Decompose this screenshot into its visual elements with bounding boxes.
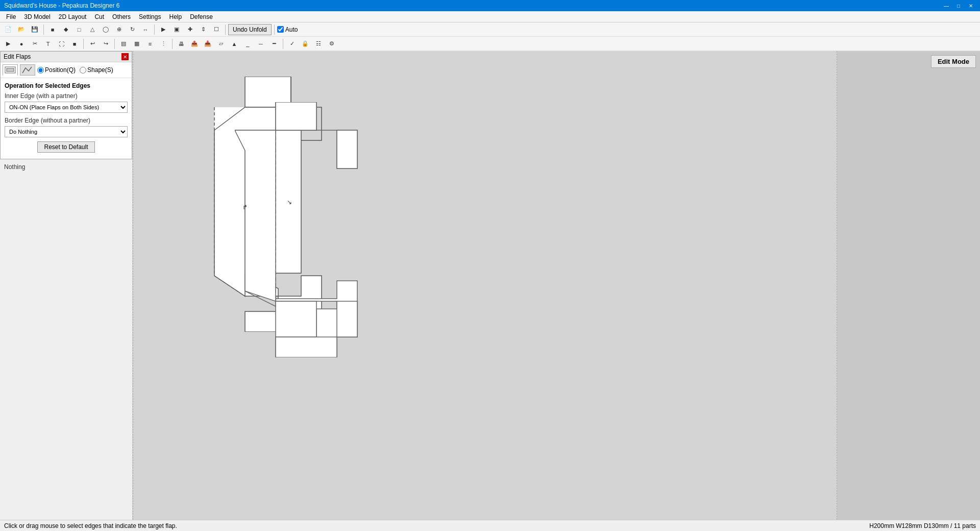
guide-line-left (133, 51, 133, 520)
tb2-redo[interactable]: ↪ (100, 38, 112, 50)
tb2-lock[interactable]: 🔒 (299, 38, 311, 50)
edit-flaps-close-button[interactable]: ✕ (121, 53, 129, 60)
tb2-fold[interactable]: ▱ (215, 38, 227, 50)
tb-btn-flip[interactable]: ↔ (139, 23, 152, 36)
new-button[interactable]: 📄 (2, 23, 14, 36)
position-radio-label[interactable]: Position(Q) (37, 66, 76, 74)
svg-marker-12 (235, 130, 276, 301)
main-area: Edit Flaps ✕ Positio (0, 51, 980, 520)
menu-settings[interactable]: Settings (135, 12, 165, 21)
menu-3dmodel[interactable]: 3D Model (20, 12, 54, 21)
save-button[interactable]: 💾 (29, 23, 41, 36)
svg-text:↱: ↱ (242, 204, 248, 211)
separator4 (274, 25, 275, 35)
flap-tab-icon1[interactable] (3, 64, 18, 76)
canvas-area[interactable]: ↘ ↱ (133, 51, 837, 520)
tb2-ungroup[interactable]: ▦ (131, 38, 143, 50)
tb2-unfold2[interactable]: ▲ (228, 38, 240, 50)
menu-2dlayout[interactable]: 2D Layout (55, 12, 91, 21)
tb2-sep3 (172, 39, 173, 49)
status-bar: Click or drag mouse to select edges that… (0, 520, 980, 531)
tb2-edge2[interactable]: ─ (255, 38, 267, 50)
maximize-button[interactable]: □ (953, 2, 964, 10)
tb2-align[interactable]: ≡ (144, 38, 156, 50)
tb2-snap[interactable]: ■ (68, 38, 81, 50)
tb2-edge1[interactable]: ⎯ (241, 38, 254, 50)
tb2-cut[interactable]: ✂ (29, 38, 41, 50)
flap-tab-icon2[interactable] (20, 64, 35, 76)
tb-btn-view2[interactable]: △ (86, 23, 99, 36)
edit-flaps-body: Operation for Selected Edges Inner Edge … (1, 78, 132, 159)
minimize-button[interactable]: — (941, 2, 951, 10)
nothing-text-area: Nothing (0, 159, 132, 175)
edit-flaps-tabs: Position(Q) Shape(S) (1, 62, 132, 78)
left-panel: Edit Flaps ✕ Positio (0, 51, 133, 520)
border-edge-row: Border Edge (without a partner) Do Nothi… (5, 117, 128, 137)
tb-btn-unfold[interactable]: ◆ (60, 23, 72, 36)
menu-bar: File 3D Model 2D Layout Cut Others Setti… (0, 11, 980, 22)
toolbar2: ▶ ● ✂ T ⛶ ■ ↩ ↪ ▤ ▦ ≡ ⋮ 🖶 📤 📥 ▱ ▲ ⎯ ─ ━ … (0, 37, 980, 51)
tb-btn-view4[interactable]: ⊕ (113, 23, 125, 36)
tb-btn-view3[interactable]: ◯ (100, 23, 112, 36)
nothing-label: Nothing (4, 163, 25, 171)
edit-mode-badge: Edit Mode (931, 55, 976, 68)
menu-file[interactable]: File (2, 12, 20, 21)
unfold-shape-main: ↱ (235, 102, 378, 357)
svg-rect-1 (7, 68, 14, 71)
menu-cut[interactable]: Cut (90, 12, 108, 21)
tb2-settings2[interactable]: ⚙ (326, 38, 338, 50)
auto-checkbox[interactable] (277, 26, 284, 33)
tb-btn-move[interactable]: ▣ (170, 23, 183, 36)
edit-flaps-panel: Edit Flaps ✕ Positio (0, 51, 132, 159)
tb2-image[interactable]: ⛶ (55, 38, 67, 50)
tb2-node[interactable]: ● (15, 38, 28, 50)
flap-tab-svg2 (21, 66, 34, 74)
tb-btn-select[interactable]: ▶ (157, 23, 169, 36)
undo-unfold-button[interactable]: Undo Unfold (228, 24, 272, 35)
title-bar: Squidward's House - Pepakura Designer 6 … (0, 0, 980, 11)
tb-btn-mirror[interactable]: ⇕ (197, 23, 209, 36)
tb-btn-rotate[interactable]: ↻ (126, 23, 138, 36)
tb2-sep2 (114, 39, 115, 49)
operation-section-label: Operation for Selected Edges (5, 82, 128, 89)
position-radio[interactable] (37, 67, 44, 74)
tb2-group[interactable]: ▤ (117, 38, 130, 50)
separator1 (43, 25, 44, 35)
tb-btn-3d[interactable]: ■ (46, 23, 59, 36)
tb2-print[interactable]: 🖶 (175, 38, 187, 50)
svg-marker-9 (276, 301, 316, 337)
border-edge-select[interactable]: Do Nothing Place Flap No Flap (5, 126, 128, 137)
shape-radio[interactable] (80, 67, 86, 74)
tb2-export[interactable]: 📤 (188, 38, 201, 50)
tb2-connect[interactable]: ━ (268, 38, 280, 50)
title-bar-controls: — □ ✕ (941, 2, 976, 10)
open-button[interactable]: 📂 (15, 23, 28, 36)
status-right: H200mm W128mm D130mm / 11 parts (869, 522, 976, 529)
tb2-check[interactable]: ✓ (286, 38, 298, 50)
shape-radio-label[interactable]: Shape(S) (80, 66, 113, 74)
tb2-distribute[interactable]: ⋮ (157, 38, 169, 50)
right-panel: Edit Mode (837, 51, 980, 520)
tb2-grid[interactable]: ☷ (312, 38, 325, 50)
status-left: Click or drag mouse to select edges that… (4, 522, 177, 529)
tb2-sep4 (283, 39, 283, 49)
tb-btn-group[interactable]: ☐ (210, 23, 223, 36)
close-button[interactable]: ✕ (966, 2, 976, 10)
menu-defense[interactable]: Defense (186, 12, 217, 21)
reset-default-button[interactable]: Reset to Default (37, 141, 94, 153)
menu-others[interactable]: Others (108, 12, 135, 21)
tb2-undo[interactable]: ↩ (86, 38, 99, 50)
tb2-import[interactable]: 📥 (202, 38, 214, 50)
svg-marker-11 (276, 337, 337, 357)
tb-btn-scale[interactable]: ✚ (184, 23, 196, 36)
toolbar1: 📄 📂 💾 ■ ◆ □ △ ◯ ⊕ ↻ ↔ ▶ ▣ ✚ ⇕ ☐ Undo Unf… (0, 22, 980, 37)
border-edge-label: Border Edge (without a partner) (5, 117, 128, 124)
tb2-text[interactable]: T (42, 38, 54, 50)
tb2-pointer[interactable]: ▶ (2, 38, 14, 50)
menu-help[interactable]: Help (165, 12, 186, 21)
title-bar-title: Squidward's House - Pepakura Designer 6 (4, 2, 119, 9)
tb-btn-view1[interactable]: □ (73, 23, 85, 36)
auto-check-label[interactable]: Auto (277, 26, 298, 33)
inner-edge-label: Inner Edge (with a partner) (5, 92, 128, 100)
inner-edge-select[interactable]: ON-ON (Place Flaps on Both Sides) (5, 102, 128, 113)
